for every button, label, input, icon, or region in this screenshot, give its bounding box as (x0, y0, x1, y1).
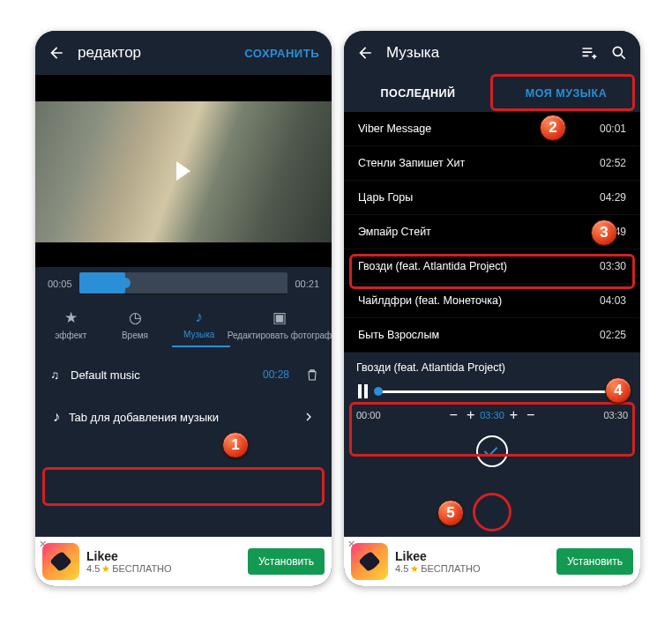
default-music-row[interactable]: ♫ Default music 00:28 (35, 356, 332, 393)
header: Музыка (344, 31, 640, 75)
plus-end-button[interactable]: + (506, 407, 521, 423)
track-title: Царь Горы (358, 191, 413, 204)
default-music-label: Default music (71, 368, 254, 382)
ad-banner[interactable]: ✕ Likee 4.5 ★ БЕСПЛАТНО Установить (344, 537, 640, 586)
highlight-1 (42, 467, 325, 506)
music-picker-screen: Музыка ПОСЛЕДНИЙ МОЯ МУЗЫКА Viber Messag… (344, 31, 640, 586)
play-icon[interactable] (176, 161, 190, 181)
track-title: Гвозди (feat. Atlantida Project) (358, 260, 507, 272)
track-title: Viber Message (358, 123, 431, 135)
image-icon: ▣ (273, 308, 287, 327)
player-track-title: Гвозди (feat. Atlantida Project) (356, 361, 628, 374)
editor-screen: редактор СОХРАНИТЬ 00:05 00:21 ★ эффект … (35, 31, 332, 586)
track-duration: 04:29 (600, 191, 626, 204)
tab-time[interactable]: ◷ Время (103, 308, 168, 340)
track-title: Чайлдфри (feat. Монеточка) (358, 294, 502, 307)
player-controls (356, 381, 628, 402)
page-title: редактор (78, 44, 244, 62)
ad-text: Likee 4.5 ★ БЕСПЛАТНО (395, 549, 549, 575)
chevron-right-icon (303, 409, 314, 425)
tool-tabs: ★ эффект ◷ Время ♪ Музыка ▣ Редактироват… (35, 303, 332, 344)
badge-2: 2 (540, 115, 566, 141)
track-row[interactable]: Viber Message00:01 (344, 112, 640, 146)
search-icon[interactable] (610, 44, 628, 62)
track-title: Эмпайр Стейт (358, 226, 431, 238)
back-icon[interactable] (48, 44, 65, 62)
video-scrubber[interactable]: 00:05 00:21 (35, 267, 332, 303)
player-knob-start[interactable] (374, 387, 383, 396)
music-tabs: ПОСЛЕДНИЙ МОЯ МУЗЫКА (344, 75, 640, 112)
confirm-button[interactable] (476, 435, 508, 467)
track-title: Стенли Запишет Хит (358, 157, 465, 169)
player-time-controls: 00:00 − + 03:30 + − 03:30 (356, 407, 628, 423)
music-player: Гвозди (feat. Atlantida Project) 00:00 −… (344, 353, 640, 428)
player-track-bar[interactable] (377, 390, 626, 393)
track-row[interactable]: Чайлдфри (feat. Монеточка)04:03 (344, 284, 640, 318)
header: редактор СОХРАНИТЬ (35, 31, 332, 75)
ad-banner[interactable]: ✕ Likee 4.5 ★ БЕСПЛАТНО Установить (35, 537, 332, 586)
minus-start-button[interactable]: − (446, 407, 461, 423)
player-start-time: 00:00 (356, 410, 381, 420)
tab-music[interactable]: ♪ Музыка (167, 308, 231, 340)
svg-point-0 (613, 47, 622, 56)
active-tab-underline (172, 346, 230, 347)
ad-app-icon (42, 543, 79, 580)
star-icon: ★ (410, 563, 419, 575)
plus-start-button[interactable]: + (463, 407, 478, 423)
scrubber-start: 00:05 (48, 279, 72, 289)
scrubber-knob[interactable] (120, 278, 131, 288)
track-duration: 02:52 (600, 157, 626, 169)
player-end-time: 03:30 (603, 410, 628, 420)
track-duration: 03:30 (600, 260, 626, 272)
player-mid-time: 03:30 (480, 410, 504, 420)
ad-app-icon (351, 543, 388, 580)
track-row[interactable]: Царь Горы04:29 (344, 181, 640, 215)
track-duration: 02:25 (600, 329, 626, 341)
ad-install-button[interactable]: Установить (556, 548, 633, 575)
track-row[interactable]: Стенли Запишет Хит02:52 (344, 146, 640, 181)
default-music-duration: 00:28 (263, 368, 289, 381)
tab-effect[interactable]: ★ эффект (39, 308, 103, 340)
add-music-button[interactable]: ♪ Tab для добавления музыки (44, 398, 323, 435)
track-title: Быть Взрослым (358, 329, 439, 341)
highlight-5 (473, 493, 511, 532)
music-note-icon: ♫ (48, 368, 62, 382)
ad-text: Likee 4.5 ★ БЕСПЛАТНО (86, 549, 241, 575)
back-icon[interactable] (356, 44, 374, 62)
playlist-add-icon[interactable] (580, 44, 598, 62)
delete-icon[interactable] (305, 367, 319, 383)
tab-my-music[interactable]: МОЯ МУЗЫКА (492, 75, 640, 112)
ad-install-button[interactable]: Установить (248, 548, 325, 575)
clock-icon: ◷ (129, 308, 142, 327)
music-note-icon: ♪ (195, 308, 203, 326)
tab-recent[interactable]: ПОСЛЕДНИЙ (344, 75, 492, 112)
check-icon (484, 443, 498, 457)
ad-title: Likee (395, 549, 549, 563)
badge-3: 3 (591, 219, 617, 246)
pause-button[interactable] (358, 384, 368, 398)
track-row[interactable]: Быть Взрослым02:25 (344, 318, 640, 353)
scrubber-track[interactable] (79, 272, 288, 294)
minus-end-button[interactable]: − (523, 407, 538, 423)
add-music-label: Tab для добавления музыки (69, 411, 295, 424)
video-preview[interactable] (35, 75, 332, 267)
track-duration: 00:01 (600, 123, 626, 135)
track-row[interactable]: Гвозди (feat. Atlantida Project)03:30 (344, 249, 640, 284)
tab-edit-photo[interactable]: ▣ Редактировать фотограф (231, 308, 328, 340)
page-title: Музыка (386, 44, 568, 62)
badge-5: 5 (437, 500, 464, 526)
music-note-icon: ♪ (53, 409, 60, 425)
confirm-row (344, 428, 640, 474)
scrubber-end: 00:21 (295, 279, 319, 289)
star-icon: ★ (64, 308, 78, 327)
badge-1: 1 (222, 432, 249, 458)
ad-title: Likee (86, 549, 241, 563)
badge-4: 4 (605, 377, 631, 404)
star-icon: ★ (101, 563, 110, 575)
save-button[interactable]: СОХРАНИТЬ (244, 47, 319, 60)
track-duration: 04:03 (600, 294, 626, 307)
